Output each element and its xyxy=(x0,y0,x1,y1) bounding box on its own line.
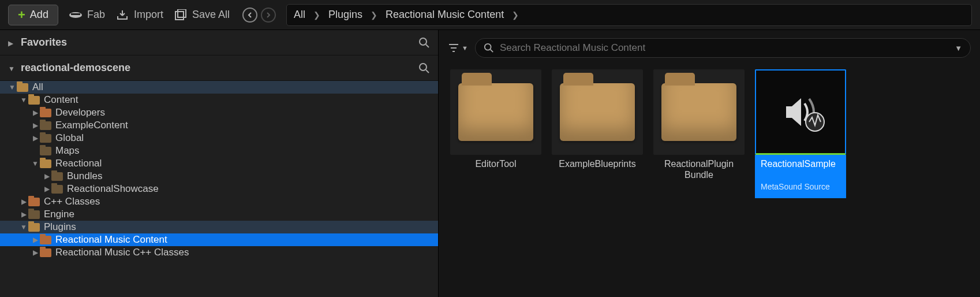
project-label: reactional-demoscene xyxy=(21,62,130,73)
folder-icon xyxy=(39,146,52,156)
expand-icon: ▶ xyxy=(43,172,51,180)
favorites-label: Favorites xyxy=(21,36,67,48)
chevron-down-icon: ▼ xyxy=(462,44,468,51)
tree-label: Plugins xyxy=(44,221,76,233)
asset-folder-exampleblueprints[interactable]: ExampleBlueprints xyxy=(552,69,643,180)
tree-label: C++ Classes xyxy=(44,196,100,207)
source-tree-pane: ▶Favorites ▼reactional-demoscene ▼ All ▼… xyxy=(0,30,439,297)
import-icon xyxy=(115,9,129,21)
asset-caption: ReactionalSample MetaSound Source xyxy=(755,155,846,198)
tree-item-plugins[interactable]: ▼ Plugins xyxy=(0,221,438,233)
folder-icon xyxy=(661,83,736,141)
svg-rect-3 xyxy=(178,9,186,17)
tree-item-all[interactable]: ▼ All xyxy=(0,81,438,94)
folder-icon xyxy=(39,235,52,245)
add-label: Add xyxy=(30,9,48,21)
search-icon[interactable] xyxy=(418,62,430,74)
search-icon[interactable] xyxy=(418,37,430,49)
chevron-right-icon: ❯ xyxy=(313,10,320,20)
folder-icon xyxy=(51,184,63,194)
asset-pane: ▼ ▼ EditorTool ExampleBlueprints xyxy=(439,30,980,297)
svg-point-6 xyxy=(420,64,427,70)
source-tree: ▼ All ▼ Content ▶ Developers ▶ ExampleCo… xyxy=(0,81,438,297)
breadcrumb-segment[interactable]: Reactional Music Content xyxy=(386,9,504,21)
asset-reactionalsample[interactable]: ReactionalSample MetaSound Source xyxy=(755,69,846,198)
breadcrumb-segment[interactable]: All xyxy=(294,9,305,21)
tree-item-reactional[interactable]: ▼ Reactional xyxy=(0,157,438,170)
tree-item-example-content[interactable]: ▶ ExampleContent xyxy=(0,119,438,132)
favorites-header[interactable]: ▶Favorites xyxy=(0,30,438,55)
expand-icon: ▶ xyxy=(31,236,39,244)
folder-icon xyxy=(28,196,40,207)
add-button[interactable]: + Add xyxy=(8,5,58,25)
tree-item-reactional-showcase[interactable]: ▶ ReactionalShowcase xyxy=(0,183,438,195)
asset-label: EditorTool xyxy=(450,155,541,180)
svg-point-4 xyxy=(420,38,427,45)
import-label: Import xyxy=(134,9,163,21)
chevron-right-icon: ❯ xyxy=(512,10,519,20)
asset-search[interactable]: ▼ xyxy=(475,38,971,58)
asset-label: ReactionalSample xyxy=(761,158,840,169)
expand-icon: ▶ xyxy=(20,198,28,206)
chevron-down-icon[interactable]: ▼ xyxy=(955,44,962,53)
tree-item-cpp-classes[interactable]: ▶ C++ Classes xyxy=(0,195,438,208)
tree-label: Global xyxy=(55,132,84,144)
tree-item-developers[interactable]: ▶ Developers xyxy=(0,106,438,119)
tree-label: Reactional Music C++ Classes xyxy=(55,247,189,258)
expand-icon: ▼ xyxy=(20,96,28,104)
asset-folder-reactionalpluginbundle[interactable]: ReactionalPlugin Bundle xyxy=(653,69,745,180)
fab-button[interactable]: Fab xyxy=(69,9,105,21)
tree-item-reactional-music-cpp[interactable]: ▶ Reactional Music C++ Classes xyxy=(0,246,438,259)
folder-icon xyxy=(28,222,40,232)
svg-rect-1 xyxy=(71,13,80,15)
tree-label: Reactional Music Content xyxy=(55,234,167,246)
tree-label: Developers xyxy=(55,107,105,118)
tree-item-content[interactable]: ▼ Content xyxy=(0,94,438,106)
tree-item-global[interactable]: ▶ Global xyxy=(0,132,438,144)
expand-icon: ▶ xyxy=(43,185,51,193)
tree-item-bundles[interactable]: ▶ Bundles xyxy=(0,170,438,183)
asset-grid: EditorTool ExampleBlueprints ReactionalP… xyxy=(439,64,980,204)
folder-icon xyxy=(28,209,40,220)
folder-icon xyxy=(39,158,52,169)
plus-icon: + xyxy=(18,9,25,21)
save-all-button[interactable]: Save All xyxy=(174,9,230,21)
svg-line-7 xyxy=(426,70,429,73)
tree-item-engine[interactable]: ▶ Engine xyxy=(0,208,438,221)
save-all-label: Save All xyxy=(192,9,230,21)
filter-button[interactable]: ▼ xyxy=(448,43,468,53)
svg-line-5 xyxy=(426,44,429,47)
expand-icon: ▶ xyxy=(31,134,39,142)
tree-label: Bundles xyxy=(67,170,102,182)
asset-folder-editortool[interactable]: EditorTool xyxy=(450,69,541,180)
expand-icon: ▼ xyxy=(31,159,39,168)
tree-label: Content xyxy=(44,94,78,106)
nav-back-button[interactable] xyxy=(242,8,257,23)
metasound-thumb xyxy=(755,69,846,155)
asset-type: MetaSound Source xyxy=(761,182,840,191)
svg-point-10 xyxy=(806,113,824,131)
fab-icon xyxy=(69,9,83,21)
nav-forward-button[interactable] xyxy=(261,8,276,23)
folder-icon xyxy=(458,83,533,141)
collapse-icon: ▶ xyxy=(8,39,15,47)
search-input[interactable] xyxy=(500,42,949,54)
save-all-icon xyxy=(174,9,188,21)
folder-icon xyxy=(39,133,52,143)
tree-item-maps[interactable]: ▶ Maps xyxy=(0,144,438,157)
fab-label: Fab xyxy=(87,9,105,21)
expand-icon: ▶ xyxy=(31,248,39,257)
project-header[interactable]: ▼reactional-demoscene xyxy=(0,55,438,81)
folder-icon xyxy=(51,171,63,181)
tree-item-reactional-music-content[interactable]: ▶ Reactional Music Content xyxy=(0,233,438,246)
folder-thumb xyxy=(552,69,643,155)
import-button[interactable]: Import xyxy=(115,9,163,21)
toolbar: + Add Fab Import Save All All ❯ Plugins … xyxy=(0,0,980,30)
folder-thumb xyxy=(653,69,745,155)
folder-icon xyxy=(16,82,29,92)
folder-icon xyxy=(39,247,52,258)
breadcrumb-segment[interactable]: Plugins xyxy=(328,9,362,21)
tree-label: ExampleContent xyxy=(55,120,128,131)
folder-icon xyxy=(39,107,52,118)
speaker-icon xyxy=(780,92,821,132)
